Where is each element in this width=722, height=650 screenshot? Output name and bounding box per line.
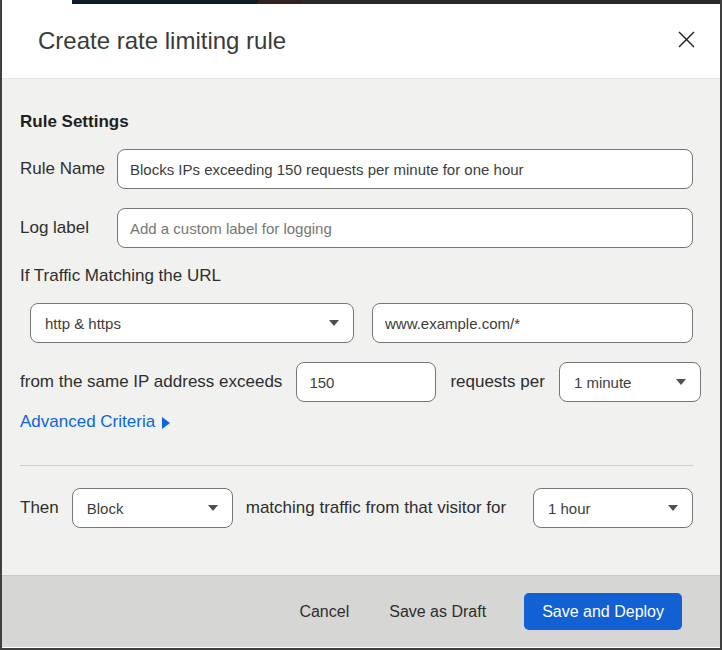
rule-name-label: Rule Name	[20, 159, 117, 179]
triangle-right-icon	[162, 417, 170, 429]
page-title: Create rate limiting rule	[38, 27, 286, 55]
scheme-select[interactable]: http & https	[30, 303, 354, 343]
threshold-text-before: from the same IP address exceeds	[20, 372, 282, 392]
log-label-label: Log label	[20, 218, 117, 238]
period-select[interactable]: 1 minute	[559, 362, 701, 402]
then-label: Then	[20, 498, 59, 518]
save-and-deploy-button[interactable]: Save and Deploy	[524, 593, 682, 630]
rule-name-input[interactable]	[117, 149, 693, 189]
background-sliver-maroon	[258, 0, 302, 4]
modal-footer: Cancel Save as Draft Save and Deploy	[2, 575, 720, 647]
cancel-button[interactable]: Cancel	[285, 595, 363, 629]
url-pattern-input[interactable]	[372, 303, 693, 343]
scheme-select-value: http & https	[45, 315, 121, 332]
background-sliver-charcoal	[302, 0, 720, 4]
threshold-row: from the same IP address exceeds request…	[20, 362, 693, 402]
chevron-down-icon	[329, 320, 339, 326]
traffic-match-row: http & https	[30, 303, 693, 343]
chevron-down-icon	[676, 379, 686, 385]
period-select-value: 1 minute	[574, 374, 632, 391]
background-sliver-white	[2, 0, 72, 4]
log-label-input[interactable]	[117, 208, 693, 248]
advanced-criteria-label: Advanced Criteria	[20, 412, 155, 432]
rule-settings-heading: Rule Settings	[20, 112, 693, 132]
advanced-criteria-link[interactable]: Advanced Criteria	[20, 412, 170, 432]
duration-select[interactable]: 1 hour	[533, 488, 693, 528]
action-select-value: Block	[87, 500, 124, 517]
background-page-sliver	[2, 0, 720, 4]
request-threshold-input[interactable]	[296, 362, 436, 402]
rule-name-row: Rule Name	[20, 149, 693, 189]
duration-select-value: 1 hour	[548, 500, 591, 517]
threshold-text-after: requests per	[450, 372, 545, 392]
chevron-down-icon	[208, 505, 218, 511]
chevron-down-icon	[668, 505, 678, 511]
modal-body: Rule Settings Rule Name Log label If Tra…	[2, 79, 720, 575]
modal-header: Create rate limiting rule	[2, 4, 720, 79]
close-button[interactable]	[673, 26, 700, 56]
traffic-match-intro: If Traffic Matching the URL	[20, 266, 693, 286]
save-as-draft-button[interactable]: Save as Draft	[375, 595, 500, 629]
close-icon	[677, 30, 696, 52]
create-rate-limiting-rule-modal: Create rate limiting rule Rule Settings …	[0, 0, 722, 650]
action-row: Then Block matching traffic from that vi…	[20, 488, 693, 528]
action-select[interactable]: Block	[72, 488, 233, 528]
action-middle-text: matching traffic from that visitor for	[246, 498, 506, 518]
log-label-row: Log label	[20, 208, 693, 248]
background-sliver-navy	[72, 0, 258, 4]
divider	[20, 465, 693, 466]
